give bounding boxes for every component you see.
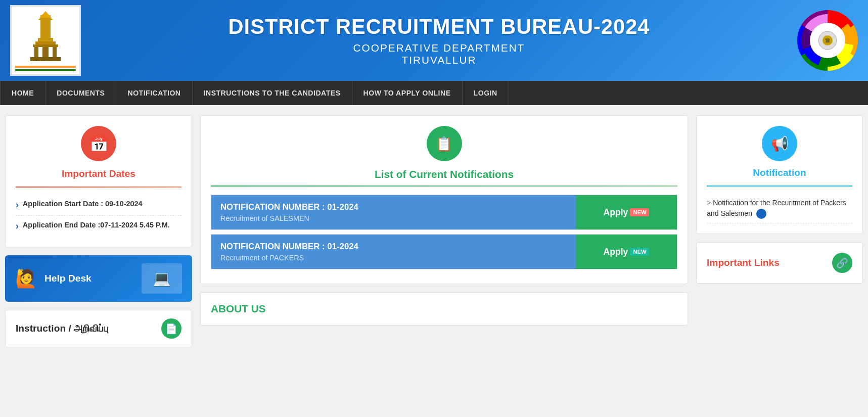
notification-number-salesmen: NOTIFICATION NUMBER : 01-2024 (220, 202, 567, 212)
nav-instructions[interactable]: INSTRUCTIONS TO THE CANDIDATES (193, 81, 352, 105)
nav-login[interactable]: LOGIN (463, 81, 509, 105)
instruction-doc-icon: 📄 (161, 318, 181, 339)
arrow-icon: › (16, 200, 19, 210)
instruction-card[interactable]: Instruction / அறிவிப்பு 📄 (5, 310, 192, 347)
notifications-card: 📋 List of Current Notifications NOTIFICA… (200, 115, 688, 284)
important-dates-title: Important Dates (16, 168, 181, 179)
megaphone-icon: 📢 (762, 126, 797, 161)
notification-item-text: Notification for the Recuritment of Pack… (707, 199, 846, 217)
instruction-title: Instruction / அறிவிப்பு (16, 323, 109, 334)
apply-button-salesmen[interactable]: Apply NEW (576, 195, 677, 229)
important-links-header: Important Links 🔗 (707, 253, 852, 273)
svg-rect-9 (42, 47, 49, 57)
center-panel: 📋 List of Current Notifications NOTIFICA… (192, 115, 696, 326)
nav-notification[interactable]: NOTIFICATION (116, 81, 192, 105)
helpdesk-tech-image: 💻 (142, 263, 182, 294)
notification-sidebar-title: Notification (707, 167, 852, 178)
apply-label-salesmen: Apply (604, 207, 628, 218)
start-date-text: Application Start Date : 09-10-2024 (23, 200, 143, 208)
svg-rect-4 (38, 38, 53, 42)
helpdesk-person-icon: 🙋 (15, 268, 37, 289)
globe-icon (756, 209, 766, 219)
nav-home[interactable]: HOME (0, 81, 45, 105)
rainbow-circle-logo: 🏛 (797, 10, 858, 71)
new-badge-packers: NEW (630, 248, 649, 256)
svg-rect-14 (15, 69, 76, 71)
notification-desc-salesmen: Recruitment of SALESMEN (220, 214, 567, 222)
svg-rect-7 (34, 47, 38, 57)
important-links-title: Important Links (707, 257, 780, 268)
notification-info-salesmen: NOTIFICATION NUMBER : 01-2024 Recruitmen… (211, 195, 576, 229)
about-title: ABOUT US (211, 303, 677, 315)
svg-rect-8 (53, 47, 57, 57)
notifications-header: 📋 List of Current Notifications (211, 126, 677, 187)
date-item-start: › Application Start Date : 09-10-2024 (16, 195, 181, 216)
notification-sidebar-header: 📢 Notification (707, 126, 852, 178)
notification-sidebar-item-1[interactable]: Notification for the Recuritment of Pack… (707, 194, 852, 223)
notification-row-packers: NOTIFICATION NUMBER : 01-2024 Recruitmen… (211, 234, 677, 269)
main-nav: HOME DOCUMENTS NOTIFICATION INSTRUCTIONS… (0, 81, 868, 105)
date-item-end: › Application End Date :07-11-2024 5.45 … (16, 216, 181, 237)
notifications-divider (211, 186, 677, 187)
nav-documents[interactable]: DOCUMENTS (45, 81, 116, 105)
svg-text:🏛: 🏛 (825, 38, 830, 43)
important-links-card: Important Links 🔗 (696, 242, 863, 284)
notification-info-packers: NOTIFICATION NUMBER : 01-2024 Recruitmen… (211, 235, 576, 269)
header-title-block: DISTRICT RECRUITMENT BUREAU-2024 COOPERA… (81, 15, 797, 66)
end-date-text: Application End Date :07-11-2024 5.45 P.… (23, 221, 170, 229)
svg-rect-6 (33, 44, 58, 47)
subtitle2: TIRUVALLUR (81, 54, 797, 66)
svg-rect-10 (30, 57, 61, 61)
notification-sidebar-card: 📢 Notification Notification for the Recu… (696, 115, 863, 234)
svg-rect-5 (35, 41, 56, 44)
apply-button-packers[interactable]: Apply NEW (576, 235, 677, 269)
apply-label-packers: Apply (604, 247, 628, 257)
important-dates-card: 📅 Important Dates › Application Start Da… (5, 115, 192, 247)
subtitle1: COOPERATIVE DEPARTMENT (81, 42, 797, 54)
about-section: ABOUT US (200, 292, 688, 326)
svg-rect-13 (15, 68, 76, 69)
notification-row-salesmen: NOTIFICATION NUMBER : 01-2024 Recruitmen… (211, 195, 677, 230)
helpdesk-label: Help Desk (44, 273, 92, 284)
notification-number-packers: NOTIFICATION NUMBER : 01-2024 (220, 242, 567, 252)
new-badge-salesmen: NEW (630, 208, 649, 216)
dates-divider (16, 187, 181, 188)
nav-how-to-apply[interactable]: HOW TO APPLY ONLINE (352, 81, 463, 105)
notifications-title: List of Current Notifications (211, 168, 677, 180)
notification-desc-packers: Recruitment of PACKERS (220, 254, 567, 262)
main-content: 📅 Important Dates › Application Start Da… (0, 105, 868, 357)
notification-sidebar-divider (707, 186, 852, 187)
notifications-doc-icon: 📋 (427, 126, 462, 161)
sidebar-right: 📢 Notification Notification for the Recu… (696, 115, 863, 284)
main-title: DISTRICT RECRUITMENT BUREAU-2024 (81, 15, 797, 39)
sidebar-left: 📅 Important Dates › Application Start Da… (5, 115, 192, 347)
important-links-icon: 🔗 (832, 253, 852, 273)
svg-point-11 (43, 33, 48, 38)
page-header: DISTRICT RECRUITMENT BUREAU-2024 COOPERA… (0, 0, 868, 81)
state-emblem-logo (10, 5, 81, 76)
calendar-icon: 📅 (81, 126, 116, 161)
svg-rect-12 (15, 66, 76, 68)
arrow-icon-2: › (16, 221, 19, 231)
helpdesk-card[interactable]: 🙋 Help Desk 💻 (5, 255, 192, 302)
